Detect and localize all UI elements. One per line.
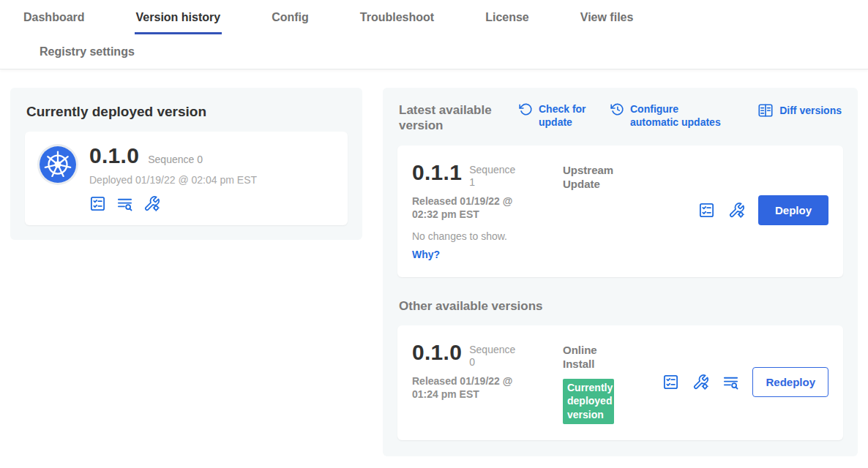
other-version-card: 0.1.0 Sequence 0 Released 01/19/22 @ 01:… xyxy=(397,325,843,440)
other-source-label: Online Install xyxy=(563,340,630,371)
check-for-update-label: Check for update xyxy=(539,102,591,129)
tab-version-history[interactable]: Version history xyxy=(135,0,222,34)
latest-source-label: Upstream Update xyxy=(563,160,630,261)
available-header: Latest available version Check for updat… xyxy=(397,101,843,134)
tab-registry-settings[interactable]: Registry settings xyxy=(38,34,136,69)
refresh-ccw-icon xyxy=(519,102,533,116)
nav-row-secondary: Registry settings xyxy=(22,34,868,69)
auto-update-clock-icon xyxy=(610,102,624,116)
diff-versions-label: Diff versions xyxy=(779,104,842,117)
kubernetes-logo xyxy=(40,146,76,183)
redeploy-button[interactable]: Redeploy xyxy=(752,367,828,397)
why-link[interactable]: Why? xyxy=(412,249,440,260)
deployed-version-line: 0.1.0 Sequence 0 xyxy=(89,143,257,167)
tab-config[interactable]: Config xyxy=(270,0,310,34)
other-source-column: Online Install Currently deployed versio… xyxy=(563,340,630,424)
deployed-version-number: 0.1.0 xyxy=(89,143,139,167)
currently-deployed-badge: Currently deployed version xyxy=(563,379,614,424)
other-versions-title: Other available versions xyxy=(399,299,842,314)
latest-sequence: Sequence 1 xyxy=(469,160,520,189)
checklist-icon[interactable] xyxy=(89,195,106,212)
tab-view-files[interactable]: View files xyxy=(579,0,635,34)
other-version-number: 0.1.0 xyxy=(412,340,462,364)
deploy-button[interactable]: Deploy xyxy=(758,195,828,225)
deployed-sequence: Sequence 0 xyxy=(148,154,203,167)
other-card-actions: Redeploy xyxy=(662,367,828,397)
main-content: Currently deployed version xyxy=(0,69,868,456)
other-released-timestamp: Released 01/19/22 @ 01:24 pm EST xyxy=(412,374,533,401)
deployed-version-info: 0.1.0 Sequence 0 Deployed 01/19/22 @ 02:… xyxy=(89,143,257,212)
wrench-gear-icon[interactable] xyxy=(728,202,745,219)
tab-dashboard[interactable]: Dashboard xyxy=(22,0,86,34)
configure-updates-label: Configure automatic updates xyxy=(630,102,724,129)
available-versions-panel: Latest available version Check for updat… xyxy=(383,88,858,456)
top-nav: Dashboard Version history Config Trouble… xyxy=(0,0,868,69)
diff-columns-icon xyxy=(757,102,774,118)
deployed-panel-title: Currently deployed version xyxy=(26,104,346,120)
latest-version-line: 0.1.1 Sequence 1 xyxy=(412,160,550,189)
other-sequence: Sequence 0 xyxy=(469,340,520,369)
configure-updates-link[interactable]: Configure automatic updates xyxy=(610,102,724,129)
checklist-icon[interactable] xyxy=(698,202,715,219)
tab-license[interactable]: License xyxy=(484,0,531,34)
tab-troubleshoot[interactable]: Troubleshoot xyxy=(359,0,435,34)
deployed-timestamp: Deployed 01/19/22 @ 02:04 pm EST xyxy=(89,174,257,186)
latest-version-card: 0.1.1 Sequence 1 Released 01/19/22 @ 02:… xyxy=(397,146,843,277)
latest-version-info: 0.1.1 Sequence 1 Released 01/19/22 @ 02:… xyxy=(412,160,550,261)
latest-released-timestamp: Released 01/19/22 @ 02:32 pm EST xyxy=(412,195,533,221)
logs-icon[interactable] xyxy=(116,195,133,212)
other-version-line: 0.1.0 Sequence 0 xyxy=(412,340,550,369)
latest-version-number: 0.1.1 xyxy=(412,160,462,184)
other-version-info: 0.1.0 Sequence 0 Released 01/19/22 @ 01:… xyxy=(412,340,550,424)
available-panel-title: Latest available version xyxy=(399,102,500,134)
checklist-icon[interactable] xyxy=(662,374,679,390)
diff-versions-link[interactable]: Diff versions xyxy=(757,102,842,118)
logs-icon[interactable] xyxy=(722,374,739,390)
nav-row-primary: Dashboard Version history Config Trouble… xyxy=(22,0,868,34)
deployed-version-card: 0.1.0 Sequence 0 Deployed 01/19/22 @ 02:… xyxy=(25,132,348,225)
check-for-update-link[interactable]: Check for update xyxy=(519,102,591,129)
deployed-actions xyxy=(89,195,257,212)
wrench-gear-icon[interactable] xyxy=(143,195,160,212)
no-changes-text: No changes to show. xyxy=(412,230,550,242)
currently-deployed-panel: Currently deployed version xyxy=(10,88,362,240)
wrench-gear-icon[interactable] xyxy=(692,374,709,390)
latest-card-actions: Deploy xyxy=(698,195,828,225)
